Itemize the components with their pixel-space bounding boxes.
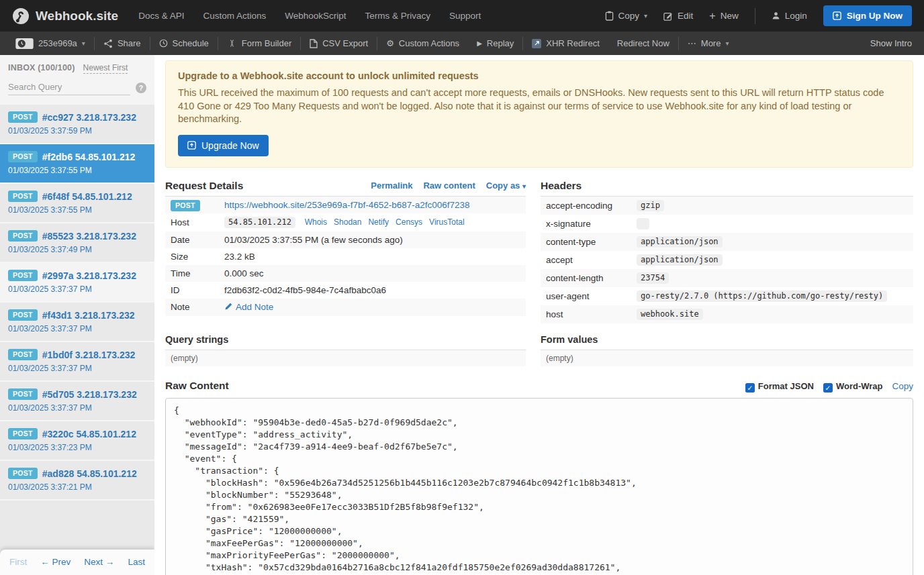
form-values-title: Form values [541,334,598,345]
request-url-link[interactable]: https://webhook.site/253e969a-f7bf-4652-… [224,200,470,210]
request-list-item[interactable]: POST#f43d1 3.218.173.23201/03/2025 3:37:… [0,303,154,342]
header-value: go-resty/2.7.0 (https://github.com/go-re… [637,291,887,302]
request-list-item[interactable]: POST#ad828 54.85.101.21201/03/2025 3:37:… [0,461,154,501]
whois-link[interactable]: Whois [305,217,327,227]
nav-links: Docs & API Custom Actions WebhookScript … [138,11,481,21]
raw-content-link[interactable]: Raw content [423,180,475,191]
redirect-now-button[interactable]: Redirect Now [608,38,678,48]
shodan-link[interactable]: Shodan [334,217,361,227]
request-id-ip: #85523 3.218.173.232 [42,231,136,242]
method-badge: POST [8,151,38,162]
query-strings-title: Query strings [165,334,228,345]
request-timestamp: 01/03/2025 3:37:23 PM [8,443,146,452]
nav-terms-privacy[interactable]: Terms & Privacy [365,11,431,21]
csv-export-button[interactable]: CSV Export [301,38,377,48]
search-help-icon[interactable]: ? [136,83,146,93]
schedule-button[interactable]: Schedule [150,38,218,48]
nav-webhookscript[interactable]: WebhookScript [285,11,346,21]
upload-icon [187,141,196,150]
virustotal-link[interactable]: VirusTotal [429,217,464,227]
brand[interactable]: Webhook.site [12,7,118,25]
upgrade-now-label: Upgrade Now [201,140,259,151]
size-label: Size [165,248,219,265]
sort-order-dropdown[interactable]: Newest First [83,63,128,74]
table-row: hostwebhook.site [541,305,913,323]
copy-raw-link[interactable]: Copy [892,381,913,391]
request-list-item[interactable]: POST#cc927 3.218.173.23201/03/2025 3:37:… [0,105,154,144]
search-input[interactable] [8,81,130,95]
word-wrap-toggle[interactable]: ✓Word-Wrap [823,380,883,393]
request-list-item[interactable]: POST#f2db6 54.85.101.21201/03/2025 3:37:… [0,144,154,184]
webhook-logo-icon [12,7,30,25]
form-builder-label: Form Builder [242,38,291,48]
nav-support[interactable]: Support [449,11,481,21]
chevron-down-icon: ▾ [725,40,729,47]
request-id-ip: #2997a 3.218.173.232 [42,270,136,281]
request-timestamp: 01/03/2025 3:37:37 PM [8,364,146,373]
method-badge: POST [8,191,38,202]
pagination-prev[interactable]: ← Prev [40,557,71,567]
show-intro-link[interactable]: Show Intro [870,38,917,48]
pagination-next[interactable]: Next → [84,557,114,567]
nav-custom-actions[interactable]: Custom Actions [203,11,266,21]
request-id-ip: #cc927 3.218.173.232 [42,112,136,123]
raw-content-code[interactable]: { "webhookId": "95904b3e-ded0-45a5-b27d-… [165,398,913,575]
checkbox-checked-icon[interactable]: ✓ [823,383,833,393]
more-dropdown[interactable]: ⋯ More ▾ [679,38,738,48]
replay-button[interactable]: ▶ Replay [468,38,522,48]
header-value: webhook.site [637,309,703,320]
date-label: Date [165,231,219,248]
notice-body: This URL received the maximum of 100 req… [178,87,900,126]
sign-up-button[interactable]: Sign Up Now [823,5,912,26]
size-value: 23.2 kB [219,248,526,265]
request-list-item[interactable]: POST#6f48f 54.85.101.21201/03/2025 3:37:… [0,184,154,223]
navbar-divider [755,8,755,24]
edit-button[interactable]: Edit [663,11,693,21]
request-id-ip: #5d705 3.218.173.232 [42,389,137,400]
new-button[interactable]: + New [709,10,738,22]
checkbox-checked-icon[interactable]: ✓ [745,383,755,393]
action-toolbar: 253e969a ▾ Share Schedule Form Builder C… [0,32,924,55]
request-list-item[interactable]: POST#3220c 54.85.101.21201/03/2025 3:37:… [0,421,154,461]
upload-icon [833,11,841,20]
request-list-item[interactable]: POST#85523 3.218.173.23201/03/2025 3:37:… [0,223,154,263]
header-name: x-signature [541,215,631,233]
header-name: host [541,305,631,323]
pagination-last[interactable]: Last [128,557,145,567]
date-value: 01/03/2025 3:37:55 PM (a few seconds ago… [219,231,526,248]
play-icon: ▶ [477,40,482,47]
request-timestamp: 01/03/2025 3:37:21 PM [8,482,146,492]
pagination-first[interactable]: First [9,557,27,567]
add-note-link[interactable]: Add Note [224,302,273,312]
form-builder-button[interactable]: Form Builder [218,38,300,48]
custom-actions-button[interactable]: ⚙ Custom Actions [377,38,468,48]
censys-link[interactable]: Censys [396,217,422,227]
request-list-item[interactable]: POST#5d705 3.218.173.23201/03/2025 3:37:… [0,382,154,421]
table-row: acceptapplication/json [541,251,913,269]
netify-link[interactable]: Netify [368,217,389,227]
inbox-count-label: INBOX (100/100) [8,63,75,72]
request-list-item[interactable]: POST#2997a 3.218.173.23201/03/2025 3:37:… [0,263,154,303]
xhr-redirect-button[interactable]: XHR Redirect [523,38,608,48]
request-id-ip: #6f48f 54.85.101.212 [42,191,132,202]
table-row: content-typeapplication/json [541,233,913,251]
permalink-link[interactable]: Permalink [371,180,412,191]
table-row: x-signature [541,215,913,233]
table-row: Date 01/03/2025 3:37:55 PM (a few second… [165,231,526,248]
more-label: More [701,38,721,48]
format-json-toggle[interactable]: ✓Format JSON [745,380,814,393]
login-button[interactable]: Login [772,11,807,21]
request-list-item[interactable]: POST#1bd0f 3.218.173.23201/03/2025 3:37:… [0,342,154,382]
nav-docs-api[interactable]: Docs & API [138,11,184,21]
xhr-redirect-label: XHR Redirect [546,38,599,48]
copy-as-dropdown[interactable]: Copy as ▾ [486,180,526,191]
table-row: ID f2db63f2-c0d2-4fb5-984e-7c4afbabc0a6 [165,282,526,299]
share-button[interactable]: Share [95,38,150,48]
token-dropdown[interactable]: 253e969a ▾ [7,38,94,49]
pencil-icon [224,303,232,311]
person-icon [772,11,780,20]
method-badge: POST [8,230,38,242]
copy-dropdown[interactable]: Copy ▾ [605,11,648,21]
gear-icon: ⚙ [386,38,394,48]
upgrade-now-button[interactable]: Upgrade Now [178,135,269,156]
